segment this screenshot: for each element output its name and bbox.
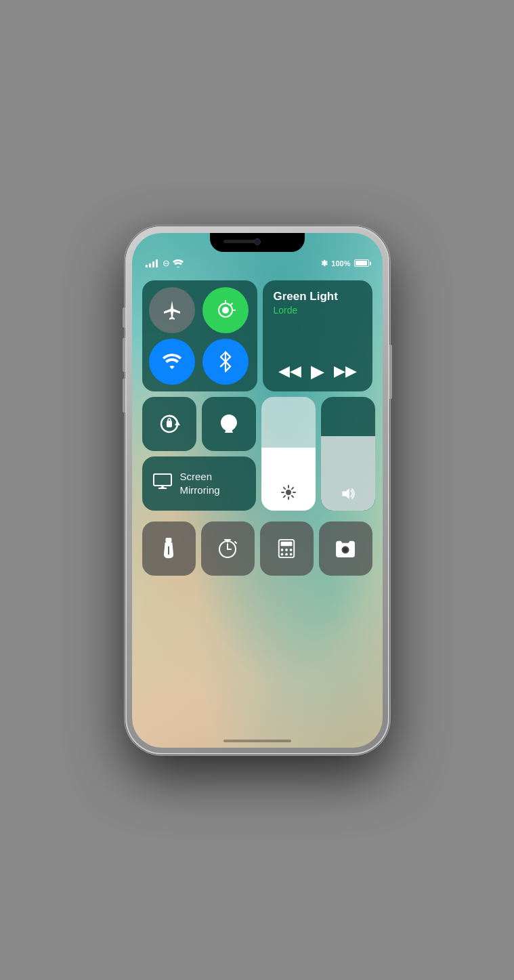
svg-point-34 [281,553,284,555]
wifi-icon [173,259,184,268]
signal-bar-2 [149,263,151,268]
fast-forward-button[interactable]: ▶▶ [334,362,357,380]
svg-line-20 [291,487,293,488]
left-column: Screen Mirroring [142,397,256,516]
mute-switch-button[interactable] [123,307,125,328]
svg-point-1 [222,307,229,314]
wifi-status-icon: ⊖ [163,258,170,268]
status-bar: ⊖ ✱ 100% [132,253,383,274]
bluetooth-toggle-button[interactable] [202,339,249,385]
flashlight-button[interactable] [142,521,196,576]
icon-pair-row [142,397,256,451]
volume-up-button[interactable] [123,338,125,372]
svg-line-17 [283,487,284,488]
volume-icon [340,487,356,504]
svg-line-18 [291,495,293,496]
svg-rect-9 [154,474,171,486]
quick-actions-row [142,521,372,576]
play-pause-button[interactable]: ▶ [311,361,324,382]
screen-mirroring-label: Screen Mirroring [180,470,220,496]
battery-fill [356,261,367,265]
speaker-grille [223,240,257,243]
brightness-slider[interactable] [261,397,316,511]
home-indicator[interactable] [223,740,291,742]
sliders-column [261,397,375,516]
bluetooth-icon: ✱ [321,259,328,268]
signal-strength-icon [146,259,158,268]
music-panel[interactable]: Green Light Lorde ◀◀ ▶ ▶▶ [263,280,372,391]
svg-marker-21 [342,488,349,498]
svg-rect-8 [168,419,171,422]
volume-down-button[interactable] [123,379,125,412]
notch [210,233,305,252]
signal-bar-1 [146,265,148,268]
battery-percentage: 100% [331,259,350,268]
rewind-button[interactable]: ◀◀ [278,362,301,380]
music-info: Green Light Lorde [274,290,362,316]
phone-screen: ⊖ ✱ 100% [132,233,383,748]
volume-slider[interactable] [321,397,375,511]
front-camera [254,238,261,245]
svg-point-36 [290,553,293,555]
power-button[interactable] [389,345,392,399]
control-center: Green Light Lorde ◀◀ ▶ ▶▶ [142,280,372,576]
svg-point-33 [290,549,293,551]
svg-rect-30 [281,541,293,546]
svg-point-31 [281,549,284,551]
cellular-button[interactable] [202,287,249,333]
music-artist: Lorde [274,305,362,316]
status-right: ✱ 100% [321,259,368,268]
wifi-toggle-button[interactable] [149,339,195,385]
svg-line-19 [283,495,284,496]
status-left: ⊖ [146,258,184,268]
do-not-disturb-button[interactable] [202,397,256,451]
battery-icon [354,259,369,267]
music-controls: ◀◀ ▶ ▶▶ [274,361,362,382]
brightness-icon [280,484,297,504]
top-row: Green Light Lorde ◀◀ ▶ ▶▶ [142,280,372,391]
rotation-lock-button[interactable] [142,397,196,451]
music-title: Green Light [274,290,362,303]
svg-rect-22 [166,538,172,542]
screen-mirroring-button[interactable]: Screen Mirroring [142,456,256,511]
svg-point-12 [286,490,291,495]
timer-button[interactable] [201,521,255,576]
airplane-mode-button[interactable] [149,287,195,333]
connectivity-panel [142,280,257,391]
phone-frame: ⊖ ✱ 100% [125,226,389,754]
svg-point-38 [343,547,347,552]
svg-point-32 [285,549,288,551]
svg-marker-6 [175,421,180,425]
signal-bar-4 [156,259,158,268]
svg-point-35 [285,553,288,555]
screen-mirroring-icon [153,473,172,494]
middle-row: Screen Mirroring [142,397,372,516]
calculator-button[interactable] [260,521,314,576]
signal-bar-3 [152,261,154,268]
camera-button[interactable] [319,521,372,576]
svg-line-3 [230,303,232,305]
